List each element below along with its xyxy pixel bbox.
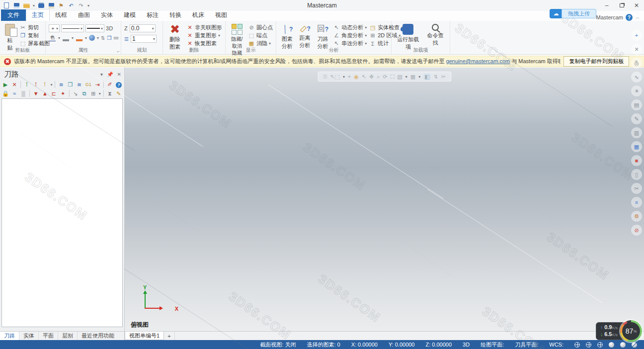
material-globe-icon[interactable] [89,35,95,41]
panel-dropdown-icon[interactable]: ▾ [100,72,103,77]
tab-solids[interactable]: 实体 [19,332,39,340]
sphere-shaded-icon[interactable] [609,342,614,348]
tab-wireframe[interactable]: 线框 [50,9,73,21]
tool-add-icon[interactable]: ⊺ [41,82,48,88]
tab-recent-functions[interactable]: 最近使用功能 [78,332,118,340]
run-addin-button[interactable]: 运行加载项 [395,23,422,47]
help-icon-small[interactable]: ? [115,82,122,88]
select-mode-icon[interactable]: ↖⬚ [330,74,340,80]
genuine-email-link[interactable]: genuine@mastercam.com [446,58,510,64]
stamp-icon[interactable]: ▤ [631,99,642,110]
copy-shape-icon[interactable]: ⧉ [81,90,88,97]
unselect-all-icon[interactable]: ✕ [11,82,18,88]
lock-icon[interactable]: ⚿ [323,74,327,80]
memory-gauge[interactable]: 87% [620,320,642,342]
section-view-status[interactable]: 截面视图: 关闭 [260,341,296,349]
sphere-plain-icon[interactable] [620,342,626,348]
red-block-icon[interactable]: ■ [631,155,642,166]
target-icon[interactable]: ◎ [631,58,642,69]
copy-button[interactable]: ❐复制 [19,32,50,39]
gnomon-icon-2[interactable] [586,342,591,348]
tool-disable-icon[interactable]: ⊺ [32,82,39,88]
z-depth-combo[interactable]: 0.0▾ [130,24,156,32]
tab-solid[interactable]: 实体 [95,9,118,21]
graphics-viewport[interactable]: ⚿ ↖⬚ ▾ ⌖ ◉ ↖ ✥ ⌕ ⟳ ⛶ ▧ ▾ ▦ ▾ ◧ ↯ ✂ Y X 俯… [125,68,644,331]
center-point-button[interactable]: ⊘圆心点 [248,24,273,31]
panel-close-icon[interactable]: ✕ [117,72,121,77]
analyze-toolpath-button[interactable]: 回? 刀路分析 [315,23,330,47]
section-icon[interactable]: ✂ [441,74,446,80]
edit-params-icon[interactable]: ✎ [115,90,122,97]
tab-model[interactable]: 建模 [118,9,141,21]
command-finder-button[interactable]: 命令查找 [424,23,447,47]
red-slash-pen-icon[interactable]: ✐ [106,82,113,88]
surface-color-chip[interactable] [76,34,83,41]
tab-home[interactable]: 主页 [26,9,50,21]
endpoint-button[interactable]: ⬚端点 [248,32,273,39]
hourglass-icon[interactable]: ⧗ [106,90,113,97]
zoom-icon[interactable]: ⌕ [377,74,380,80]
analyze-distance-button[interactable]: ▭? 距离分析 [297,23,312,47]
screenshot-button[interactable]: ⬚屏幕截图 [19,40,50,47]
point-style-combo[interactable]: ＋▾ [49,24,60,32]
grid-dropdown-icon[interactable]: ▾ [418,75,420,79]
wireframe-color-chip[interactable]: 色 [49,34,56,41]
select-all-icon[interactable]: ▶ [2,82,9,88]
cplane-selector[interactable]: 绘图平面: [481,341,504,349]
select-arrow-icon[interactable]: ↘ [72,90,79,97]
toolpath-tree-area[interactable] [1,98,123,327]
snap-icon[interactable]: ⌖ [348,74,351,80]
pan-icon[interactable]: ✥ [369,74,374,80]
tplane-selector[interactable]: 刀具平面: [515,341,538,349]
hide-unhide-button[interactable]: 隐藏/取消隐藏 ▾ [229,23,245,47]
3d-mode-toggle[interactable]: 3D [106,25,113,31]
line-style-combo[interactable]: ▾ [61,24,84,32]
delete-non-associative-button[interactable]: ✕非关联图形 [186,24,222,31]
hidden-lines-icon[interactable]: ≡≡ [113,35,118,41]
tool-enable-icon[interactable]: ⊺ [23,82,30,88]
line-width-combo[interactable]: ▾ [85,24,104,32]
rotate-icon[interactable]: ⟳ [383,74,387,80]
tab-toolpaths[interactable]: 刀路 [0,332,19,340]
snip-icon[interactable]: ✂ [631,183,642,194]
grid-icon[interactable]: ▦ [410,74,415,80]
gear-icon[interactable]: ⚙ [631,211,642,222]
blank-button[interactable]: ▦消隐▾ [248,40,273,47]
pattern-icon[interactable]: ✳ [631,86,642,96]
drag-upload-button[interactable]: 拖拽上传 [562,9,596,18]
cursor-icon[interactable]: ↖ [362,74,366,80]
brush-icon[interactable]: ✎ [631,113,642,124]
tab-transform[interactable]: 转换 [164,9,187,21]
g1-code-icon[interactable]: G1 [85,82,92,87]
attributes-dialog-launcher[interactable]: ⌐ [117,49,120,54]
add-icon[interactable]: + [631,30,642,41]
shade-icon[interactable]: ◧ [423,74,430,80]
ghost-icon[interactable]: ▒ [20,90,27,96]
add-viewsheet-button[interactable]: + [164,332,174,340]
analyze-chain-button[interactable]: ↖串连分析▾ [333,40,367,47]
solid-color-chip[interactable] [62,34,70,41]
regen-waves-icon[interactable]: ≋ [58,82,65,88]
cloud-icon[interactable]: ☁ [550,9,563,18]
move-down-icon[interactable]: ▼ [32,90,39,96]
layers-icon[interactable]: ≡ [631,197,642,208]
analyze-angle-button[interactable]: ∠角度分析▾ [333,32,367,39]
tab-drafting[interactable]: 标注 [141,9,164,21]
mode-3d-toggle[interactable]: 3D [463,342,470,348]
copy-email-button[interactable]: 复制电子邮件到剪贴板 [564,56,629,67]
forbidden-icon[interactable]: ⊘ [631,225,642,236]
select-dropdown-icon[interactable]: ▾ [343,75,345,79]
analyze-entity-button[interactable]: ／? 图素分析 [279,23,295,47]
book-icon[interactable]: ▥ [631,127,642,138]
target-icon[interactable]: ◉ [354,74,359,80]
tab-planes[interactable]: 平面 [39,332,58,340]
fit-icon[interactable]: ⛶ [391,74,395,80]
copy-ops-icon[interactable]: ❒ [67,82,74,88]
undelete-button[interactable]: ✕恢复图素 [186,40,222,47]
delete-entities-button[interactable]: ✖ 删除图素 [166,23,184,47]
dynamic-rotate-icon[interactable]: ↯ [434,74,438,80]
gnomon-icon-1[interactable] [574,342,580,348]
match-attributes-icon[interactable]: ❐ [107,35,111,41]
cut-icon[interactable]: ✕ [631,44,642,55]
ribbon-collapse-icon[interactable]: ︿ [635,14,640,21]
